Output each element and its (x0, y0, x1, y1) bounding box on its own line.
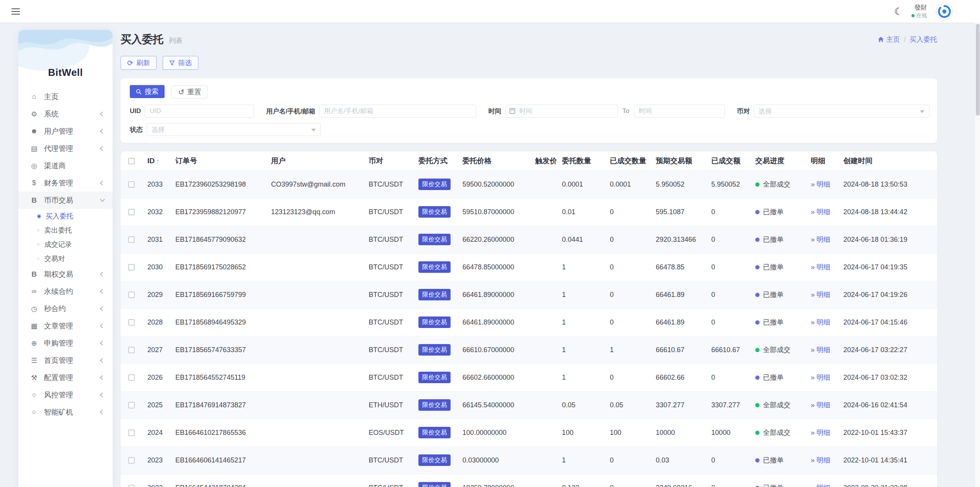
row-checkbox[interactable] (128, 209, 135, 215)
seconds-contract-icon: ◷ (29, 305, 39, 313)
cell-price: 0.03000000 (462, 456, 499, 464)
dark-mode-icon[interactable]: ☾ (894, 7, 903, 16)
sidebar-item-系统[interactable]: ⚙系统 (18, 105, 113, 123)
row-checkbox[interactable] (128, 236, 135, 243)
sidebar-item-申购管理[interactable]: ⊕申购管理 (18, 335, 113, 352)
detail-link[interactable]: »明细 (811, 290, 830, 299)
sidebar-item-秒合约[interactable]: ◷秒合约 (18, 300, 113, 317)
sidebar-item-财务管理[interactable]: $财务管理 (18, 174, 113, 192)
status-select[interactable]: 选择 (147, 123, 321, 136)
hamburger-icon (11, 11, 20, 12)
cell-order-no: EB1723960253298198 (175, 180, 246, 188)
sidebar-item-文章管理[interactable]: ▦文章管理 (18, 317, 113, 335)
sidebar-item-币币交易[interactable]: B币币交易 (18, 192, 113, 209)
filter-button[interactable]: 筛选 (163, 56, 198, 70)
sidebar-item-永续合约[interactable]: ∞永续合约 (18, 283, 113, 300)
chevron-icon (100, 392, 105, 397)
cell-expected-total: 66478.85 (656, 263, 684, 271)
user-info[interactable]: 發財 在线 (911, 3, 927, 19)
detail-link[interactable]: »明细 (811, 400, 830, 410)
row-checkbox[interactable] (128, 430, 135, 436)
sidebar-item-首页管理[interactable]: ☰首页管理 (18, 352, 113, 369)
detail-link[interactable]: »明细 (811, 207, 830, 216)
cell-id: 2030 (147, 263, 163, 271)
sidebar-item-期权交易[interactable]: B期权交易 (18, 266, 113, 283)
entrust-type-badge: 限价交易 (418, 399, 451, 410)
cell-price: 19259.78000000 (462, 484, 514, 487)
row-checkbox[interactable] (128, 181, 135, 188)
time-from-input[interactable] (505, 105, 618, 118)
sidebar-item-配置管理[interactable]: ⚒配置管理 (18, 369, 113, 386)
double-arrow-icon: » (811, 318, 815, 326)
double-arrow-icon: » (811, 484, 815, 487)
uid-input[interactable] (145, 105, 254, 118)
row-checkbox[interactable] (128, 374, 135, 381)
chevron-icon (100, 358, 105, 363)
avatar[interactable] (936, 3, 953, 20)
cell-id: 2033 (147, 180, 163, 188)
breadcrumb-home[interactable]: 主页 (878, 35, 900, 44)
status-dot-icon (755, 293, 760, 297)
vertical-scrollbar[interactable] (975, 23, 980, 487)
chevron-icon (100, 289, 105, 294)
detail-link[interactable]: »明细 (811, 345, 830, 354)
detail-link[interactable]: »明细 (811, 235, 830, 244)
menu-toggle-button[interactable] (11, 8, 22, 15)
detail-link[interactable]: »明细 (811, 373, 830, 382)
cell-pair: BTC/USDT (369, 456, 403, 464)
sidebar-subitem-卖出委托[interactable]: ○卖出委托 (18, 223, 113, 237)
col-header-已成交额: 已成交额 (708, 151, 752, 171)
chevron-icon (100, 272, 105, 277)
pair-select[interactable]: 选择 (754, 105, 929, 118)
detail-link[interactable]: »明细 (811, 483, 830, 487)
search-button[interactable]: 搜索 (130, 85, 165, 98)
table-row: 2030EB1718569175028652BTC/USDT限价交易66478.… (121, 253, 937, 281)
cell-amount: 1 (562, 291, 566, 298)
sidebar-item-渠道商[interactable]: ◎渠道商 (18, 157, 113, 174)
row-checkbox[interactable] (128, 319, 135, 326)
detail-link[interactable]: »明细 (811, 318, 830, 327)
sidebar-item-用户管理[interactable]: ☻用户管理 (18, 123, 113, 140)
sidebar-subitem-成交记录[interactable]: ○成交记录 (18, 237, 113, 251)
row-checkbox[interactable] (128, 402, 135, 408)
col-header-创建时间: 创建时间 (840, 151, 937, 171)
sidebar-item-智能矿机[interactable]: ○智能矿机 (18, 403, 113, 421)
sort-asc-icon[interactable]: ↑ (156, 158, 159, 164)
select-all-checkbox[interactable] (128, 158, 135, 164)
finance-dollar-icon: $ (29, 179, 39, 187)
user-icon: ☻ (29, 127, 39, 135)
reset-icon: ↺ (178, 89, 184, 96)
cell-filled-total: 10000 (711, 429, 730, 436)
circle-icon: ○ (37, 242, 40, 247)
reset-button[interactable]: ↺ 重置 (172, 85, 207, 98)
time-to-input[interactable] (634, 105, 725, 118)
row-checkbox[interactable] (128, 485, 135, 487)
status-dot-icon (755, 182, 760, 187)
detail-link[interactable]: »明细 (811, 428, 830, 437)
sidebar-item-主页[interactable]: ⌂主页 (18, 88, 113, 105)
cell-filled-amount: 0 (610, 456, 614, 464)
refresh-button[interactable]: ⟳ 刷新 (121, 56, 157, 70)
sidebar-item-代理管理[interactable]: ▤代理管理 (18, 140, 113, 157)
page-title: 买入委托 (121, 32, 163, 47)
user-input[interactable] (319, 105, 476, 118)
sidebar-item-风控管理[interactable]: ○风控管理 (18, 386, 113, 403)
chevron-icon (100, 129, 105, 134)
cell-price: 66145.54000000 (462, 401, 514, 409)
detail-link[interactable]: »明细 (811, 180, 830, 189)
cell-pair: BTC/USDT (369, 291, 403, 298)
chevron-icon (100, 180, 105, 185)
row-checkbox[interactable] (128, 264, 135, 271)
scrollbar-thumb[interactable] (976, 24, 980, 116)
row-checkbox[interactable] (128, 457, 135, 464)
detail-link[interactable]: »明细 (811, 262, 830, 272)
detail-link[interactable]: »明细 (811, 456, 830, 465)
sidebar-subitem-买入委托[interactable]: ◉买入委托 (18, 209, 113, 223)
cell-order-no: EB1718565747633357 (175, 346, 246, 354)
row-checkbox[interactable] (128, 292, 135, 298)
cell-filled-total: 3307.277 (711, 401, 740, 409)
row-checkbox[interactable] (128, 347, 135, 353)
cell-filled-total: 66610.67 (711, 346, 740, 354)
cell-filled-total: 0 (711, 236, 715, 243)
sidebar-subitem-交易对[interactable]: ○交易对 (18, 251, 113, 266)
